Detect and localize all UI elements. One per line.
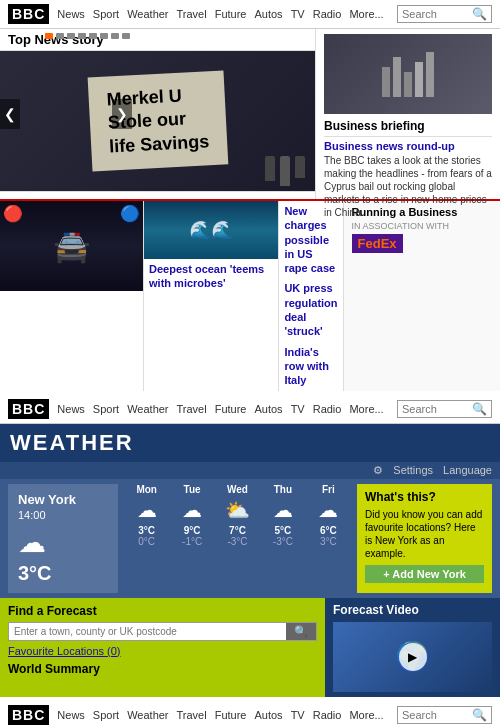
next-arrow[interactable]: ❯	[112, 99, 132, 129]
nav-radio[interactable]: Radio	[313, 8, 342, 20]
find-forecast-panel: Find a Forecast 🔍 Favourite Locations (0…	[0, 598, 325, 697]
bbc-header-nature: BBC News Sport Weather Travel Future Aut…	[0, 701, 500, 725]
running-biz-assoc: IN ASSOCIATION WITH	[352, 221, 492, 231]
nav-more-3[interactable]: More...	[349, 709, 383, 721]
dot-8	[122, 33, 130, 39]
dot-2	[56, 33, 64, 39]
current-weather-icon: ☁	[18, 526, 108, 559]
news-section: Top News story Merkel U Stole our life S…	[0, 29, 500, 391]
play-button[interactable]: ▶	[399, 643, 427, 671]
weather-forecast: Mon ☁ 3°C 0°C Tue ☁ 9°C -1°C Wed ⛅ 7°C -…	[126, 484, 349, 593]
nav-weather[interactable]: Weather	[127, 8, 168, 20]
main-nav-3: News Sport Weather Travel Future Autos T…	[57, 709, 389, 721]
day-high-mon: 3°C	[126, 525, 167, 536]
forecast-video-thumbnail[interactable]: 🌍 ▶	[333, 622, 492, 692]
nav-more-2[interactable]: More...	[349, 403, 383, 415]
find-forecast-input[interactable]	[9, 623, 286, 640]
nav-news[interactable]: News	[57, 8, 85, 20]
bbc-logo[interactable]: BBC	[8, 4, 49, 24]
nav-weather-3[interactable]: Weather	[127, 709, 168, 721]
nav-tv-3[interactable]: TV	[291, 709, 305, 721]
forecast-day-mon: Mon ☁ 3°C 0°C	[126, 484, 167, 593]
day-high-tue: 9°C	[171, 525, 212, 536]
news-stories-area: 🚔 🔵 🔴 🌊🌊 Deepest ocean 'teems with micro…	[0, 199, 500, 391]
day-low-thu: -3°C	[262, 536, 303, 547]
bbc-logo-2[interactable]: BBC	[8, 399, 49, 419]
favourite-locations-link[interactable]: Favourite Locations (0)	[8, 645, 317, 657]
search-input-3[interactable]	[402, 709, 472, 721]
nav-travel-3[interactable]: Travel	[177, 709, 207, 721]
settings-label[interactable]: Settings	[393, 464, 433, 477]
main-nav: News Sport Weather Travel Future Autos T…	[57, 8, 389, 20]
search-icon-2: 🔍	[472, 402, 487, 416]
nav-sport-3[interactable]: Sport	[93, 709, 119, 721]
day-icon-thu: ☁	[262, 498, 303, 522]
nav-future-3[interactable]: Future	[215, 709, 247, 721]
dot-6	[100, 33, 108, 39]
search-input-2[interactable]	[402, 403, 472, 415]
day-label-tue: Tue	[171, 484, 212, 495]
nav-weather-2[interactable]: Weather	[127, 403, 168, 415]
weather-city: New York	[18, 492, 108, 507]
nav-future-2[interactable]: Future	[215, 403, 247, 415]
nav-travel-2[interactable]: Travel	[177, 403, 207, 415]
find-forecast-input-group[interactable]: 🔍	[8, 622, 317, 641]
news-ocean-col: 🌊🌊 Deepest ocean 'teems with microbes'	[144, 201, 279, 391]
search-box-3[interactable]: 🔍	[397, 706, 492, 724]
nav-autos[interactable]: Autos	[254, 8, 282, 20]
news-police-image-col: 🚔 🔵 🔴	[0, 201, 144, 391]
nav-tv[interactable]: TV	[291, 8, 305, 20]
deepest-ocean-link[interactable]: Deepest ocean 'teems with microbes'	[144, 259, 278, 294]
top-news-left: Top News story Merkel U Stole our life S…	[0, 29, 315, 199]
nav-future[interactable]: Future	[215, 8, 247, 20]
bbc-logo-3[interactable]: BBC	[8, 705, 49, 725]
story-2-link[interactable]: UK press regulation deal 'struck'	[284, 281, 337, 338]
weather-section: WEATHER ⚙ Settings Language New York 14:…	[0, 424, 500, 697]
news-stories-list: New charges possible in US rape case UK …	[279, 201, 342, 391]
day-label-wed: Wed	[217, 484, 258, 495]
story-3-link[interactable]: India's row with Italy	[284, 345, 337, 388]
day-low-fri: 3°C	[308, 536, 349, 547]
prev-arrow[interactable]: ❮	[0, 99, 20, 129]
day-icon-mon: ☁	[126, 498, 167, 522]
nav-sport[interactable]: Sport	[93, 8, 119, 20]
day-low-wed: -3°C	[217, 536, 258, 547]
running-a-business-panel: Running a Business IN ASSOCIATION WITH F…	[343, 201, 500, 391]
nav-tv-2[interactable]: TV	[291, 403, 305, 415]
business-briefing-title[interactable]: Business briefing	[324, 119, 492, 133]
nav-radio-3[interactable]: Radio	[313, 709, 342, 721]
nav-autos-2[interactable]: Autos	[254, 403, 282, 415]
business-roundup-title[interactable]: Business news round-up	[324, 140, 492, 152]
find-forecast-title: Find a Forecast	[8, 604, 317, 618]
language-label[interactable]: Language	[443, 464, 492, 477]
search-box-2[interactable]: 🔍	[397, 400, 492, 418]
day-label-thu: Thu	[262, 484, 303, 495]
nav-more[interactable]: More...	[349, 8, 383, 20]
protest-image: Merkel U Stole our life Savings	[0, 51, 315, 191]
ocean-image: 🌊🌊	[144, 201, 278, 259]
dot-1	[45, 33, 53, 39]
nav-news-2[interactable]: News	[57, 403, 85, 415]
nav-travel[interactable]: Travel	[177, 8, 207, 20]
nav-autos-3[interactable]: Autos	[254, 709, 282, 721]
nav-radio-2[interactable]: Radio	[313, 403, 342, 415]
search-input[interactable]	[402, 8, 472, 20]
current-weather: New York 14:00 ☁ 3°C	[8, 484, 118, 593]
business-roundup-text: The BBC takes a look at the stories maki…	[324, 154, 492, 219]
day-high-thu: 5°C	[262, 525, 303, 536]
search-box[interactable]: 🔍	[397, 5, 492, 23]
nav-sport-2[interactable]: Sport	[93, 403, 119, 415]
nav-news-3[interactable]: News	[57, 709, 85, 721]
forecast-video-panel: Forecast Video 🌍 ▶	[325, 598, 500, 697]
bbc-header-weather: BBC News Sport Weather Travel Future Aut…	[0, 395, 500, 424]
forecast-day-tue: Tue ☁ 9°C -1°C	[171, 484, 212, 593]
day-icon-fri: ☁	[308, 498, 349, 522]
find-forecast-search-button[interactable]: 🔍	[286, 623, 316, 640]
weather-bottom: Find a Forecast 🔍 Favourite Locations (0…	[0, 598, 500, 697]
weather-time: 14:00	[18, 509, 108, 521]
add-location-button[interactable]: + Add New York	[365, 565, 484, 583]
forecast-day-wed: Wed ⛅ 7°C -3°C	[217, 484, 258, 593]
police-image: 🚔 🔵 🔴	[0, 201, 143, 291]
whats-this-text: Did you know you can add favourite locat…	[365, 508, 484, 560]
search-icon: 🔍	[472, 7, 487, 21]
